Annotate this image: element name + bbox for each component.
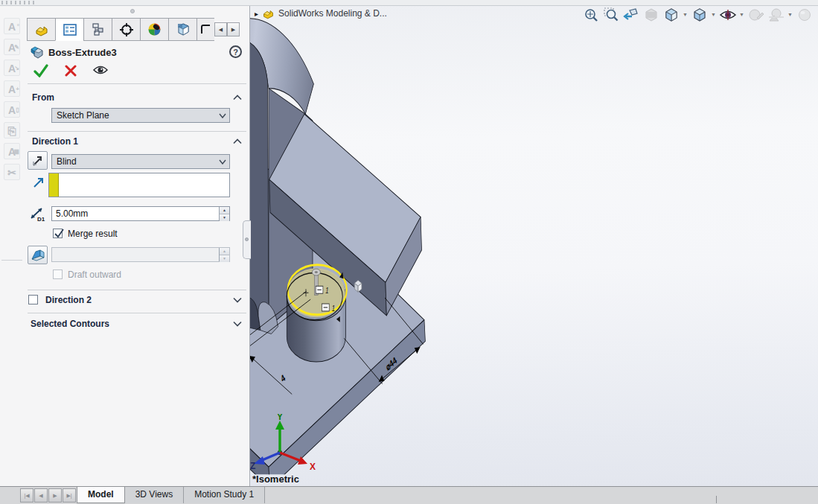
checkmark-icon — [54, 228, 65, 239]
reverse-direction-icon — [31, 154, 45, 168]
copy-scheme-icon[interactable]: A↘ — [4, 60, 20, 76]
cancel-x-icon — [65, 64, 77, 77]
cancel-button[interactable] — [62, 64, 80, 80]
direction2-checkbox[interactable] — [28, 295, 38, 304]
end-condition-dropdown[interactable]: Blind — [51, 154, 230, 169]
annotation-toolbar: A° A✎ A↘ A+ A▯ ⎘ A▦ ✂ — [0, 6, 25, 486]
depth-field[interactable]: 5.00mm ▲▼ — [51, 206, 230, 221]
pattern-annotation-icon[interactable]: A▦ — [4, 143, 20, 159]
document-tabs: Model 3D Views Motion Study 1 — [77, 487, 265, 503]
next-tab-button[interactable]: ▶ — [48, 488, 62, 503]
merge-result-label[interactable]: Merge result — [68, 229, 118, 239]
dropdown-chevron-icon — [219, 159, 226, 165]
svg-text:1: 1 — [325, 286, 328, 296]
reference-triad: Y X Z — [250, 414, 332, 478]
separator — [28, 83, 246, 84]
view-orientation-label: *Isometric — [252, 473, 299, 485]
chain-annotation-icon[interactable]: ✂ — [4, 164, 20, 180]
depth-value: 5.00mm — [56, 208, 88, 219]
pm-title: Boss-Extrude3 — [48, 47, 117, 58]
upright-front-face — [250, 39, 269, 327]
last-tab-button[interactable]: ▶| — [63, 488, 76, 503]
ruler-badge-2[interactable]: 1 — [322, 304, 335, 313]
z-axis-label: Z — [250, 461, 255, 471]
depth-d1-icon: D1 — [28, 205, 47, 222]
from-section-label[interactable]: From — [32, 92, 54, 103]
cam-tab[interactable] — [168, 18, 196, 41]
direction2-expand-chevron-icon[interactable] — [233, 297, 242, 303]
svg-text:D1: D1 — [37, 216, 45, 222]
auto-dimension-scheme-icon[interactable]: A° — [4, 18, 20, 34]
corner-bracket-icon — [200, 24, 212, 36]
displaymanager-tab[interactable] — [140, 18, 168, 41]
ruler-badge-1[interactable]: 1 — [316, 286, 328, 296]
x-axis-label: X — [310, 462, 316, 472]
tab-nav-buttons: |◀ ◀ ▶ ▶| — [20, 488, 77, 503]
y-axis-label: Y — [277, 414, 283, 422]
3d-views-tab[interactable]: 3D Views — [125, 487, 184, 503]
merge-result-checkbox[interactable] — [53, 229, 63, 238]
first-tab-button[interactable]: |◀ — [20, 488, 33, 503]
selected-contours-section-label[interactable]: Selected Contours — [31, 319, 109, 329]
color-sphere-icon — [147, 22, 162, 36]
draft-icon — [31, 249, 45, 261]
panel-splitter-grip[interactable] — [243, 220, 251, 259]
commandmanager-clipped-strip — [0, 0, 818, 6]
draft-button[interactable] — [28, 246, 48, 264]
blue-cube-icon — [176, 22, 191, 36]
from-dropdown-value: Sketch Plane — [57, 110, 109, 121]
selected-contours-expand-chevron-icon[interactable] — [233, 321, 242, 327]
propertymanager-panel: ◀ ▶ Boss-Extrude3 ? — [25, 6, 250, 486]
tab-scroll-left-button[interactable]: ◀ — [214, 22, 227, 36]
direction-reference-icon — [32, 176, 45, 189]
ok-button[interactable] — [32, 64, 50, 80]
boss-extrude-icon — [29, 45, 45, 60]
pm-title-row: Boss-Extrude3 ? — [29, 45, 246, 61]
prev-tab-button[interactable]: ◀ — [34, 488, 48, 503]
crosshair-target-icon — [119, 22, 134, 37]
tab-scroll-right-button[interactable]: ▶ — [227, 22, 240, 36]
direction1-section-label[interactable]: Direction 1 — [32, 136, 78, 147]
active-selection-bar — [49, 173, 59, 197]
strip-marks — [1, 1, 36, 4]
configurationmanager-tab[interactable] — [83, 18, 112, 41]
datum-annotation-icon[interactable]: A▯ — [4, 101, 20, 118]
reverse-direction-button[interactable] — [28, 151, 48, 170]
edit-annotation-icon[interactable]: A✎ — [4, 39, 20, 55]
direction1-collapse-chevron-icon[interactable] — [233, 138, 242, 144]
motion-study-tab[interactable]: Motion Study 1 — [184, 487, 265, 503]
from-dropdown[interactable]: Sketch Plane — [51, 108, 230, 123]
draft-outward-checkbox — [53, 269, 63, 279]
bottom-tab-bar: |◀ ◀ ▶ ▶| Model 3D Views Motion Study 1 — [0, 486, 818, 504]
model-canvas[interactable]: 1 1 4 — [250, 6, 818, 486]
add-annotation-icon[interactable]: A+ — [4, 80, 20, 97]
from-collapse-chevron-icon[interactable] — [233, 95, 242, 101]
end-condition-value: Blind — [57, 156, 77, 167]
help-icon[interactable]: ? — [229, 45, 242, 58]
propertymanager-tab[interactable] — [55, 18, 83, 41]
panel-tab-bar: ◀ ▶ — [27, 18, 240, 41]
yellow-part-icon — [34, 23, 49, 36]
property-list-icon — [63, 24, 77, 36]
sketch-plane-cube-icon — [354, 280, 362, 292]
model-tab[interactable]: Model — [77, 487, 125, 503]
ok-checkmark-icon — [33, 64, 48, 77]
overflow-tab[interactable] — [196, 18, 214, 41]
toolbar-divider — [1, 260, 22, 261]
depth-spinner[interactable]: ▲▼ — [219, 207, 229, 220]
dimxpertmanager-tab[interactable] — [112, 18, 140, 41]
preview-button[interactable] — [92, 64, 109, 80]
panel-splitter-dot[interactable] — [130, 9, 135, 13]
graphics-viewport[interactable]: ▸ SolidWorks Modeling & D... ▼ ▼ — [250, 6, 818, 486]
separator — [28, 290, 246, 290]
featuremanager-tab[interactable] — [27, 18, 55, 41]
direction-reference-selection-box[interactable] — [48, 173, 230, 197]
pm-actions — [32, 64, 109, 80]
dropdown-chevron-icon — [219, 113, 226, 118]
direction2-section-label[interactable]: Direction 2 — [45, 295, 92, 305]
draft-spinner: ▲▼ — [219, 248, 229, 261]
draft-outward-label: Draft outward — [68, 269, 121, 280]
draft-angle-field: ▲▼ — [51, 247, 230, 262]
paste-scheme-icon[interactable]: ⎘ — [4, 122, 20, 138]
svg-text:1: 1 — [332, 304, 335, 313]
